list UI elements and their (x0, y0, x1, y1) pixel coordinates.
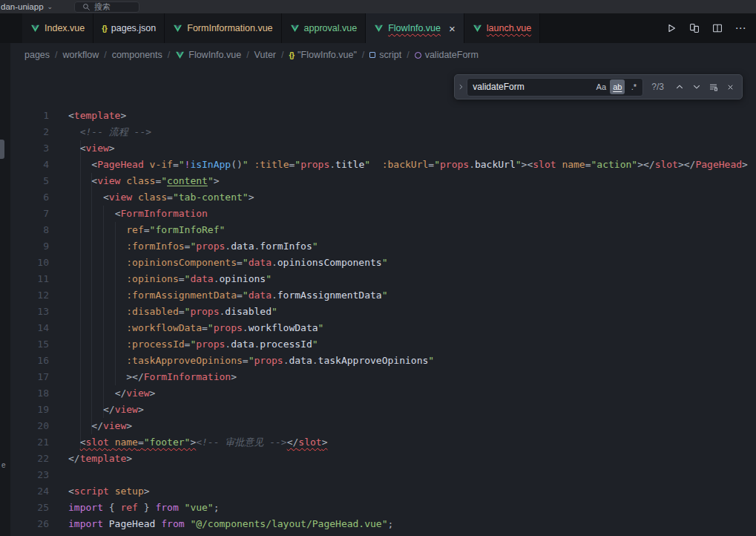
global-search-label: 搜索 (94, 1, 111, 13)
line-content: :workflowData="props.workflowData" (68, 320, 323, 336)
run-button[interactable] (663, 20, 680, 36)
code-line-25[interactable]: 25import { ref } from "vue"; (0, 500, 756, 516)
tab-launch.vue[interactable]: launch.vue (464, 13, 540, 43)
code-line-5[interactable]: 5 <view class="content"> (0, 173, 756, 189)
line-content: import PageHead from "@/components/layou… (68, 516, 393, 532)
code-line-10[interactable]: 10 :opinionsComponents="data.opinionsCom… (0, 255, 756, 271)
breadcrumb-item-script[interactable]: script (369, 50, 401, 60)
tab-FlowInfo.vue[interactable]: FlowInfo.vue× (366, 13, 464, 43)
close-find-button[interactable] (723, 79, 738, 95)
line-content: :opinionsComponents="data.opinionsCompon… (68, 255, 388, 271)
code-line-9[interactable]: 9 :formInfos="props.data.formInfos" (0, 238, 756, 255)
code-line-22[interactable]: 22</template> (0, 451, 756, 467)
search-icon (82, 3, 91, 11)
code-line-2[interactable]: 2 <!-- 流程 --> (0, 124, 756, 140)
breadcrumb-separator: / (55, 50, 57, 60)
code-line-21[interactable]: 21 <slot name="footer"><!-- 审批意见 --></sl… (0, 434, 756, 451)
line-content: </view> (68, 402, 144, 418)
line-content: </view> (68, 418, 132, 434)
code-line-4[interactable]: 4 <PageHead v-if="!isInApp()" :title="pr… (0, 157, 756, 173)
tab-label: pages.json (111, 23, 156, 33)
open-changes-button[interactable] (686, 20, 703, 36)
breadcrumb-item-components[interactable]: components (112, 50, 162, 60)
vue-icon (374, 24, 384, 33)
next-match-button[interactable] (688, 79, 704, 95)
sidebar-drag-handle[interactable] (0, 140, 4, 159)
vue-icon (290, 24, 300, 33)
code-line-7[interactable]: 7 <FormInformation (0, 206, 756, 222)
line-content: <view> (68, 140, 115, 157)
match-case-toggle[interactable]: Aa (594, 79, 608, 94)
tab-label: Index.vue (45, 23, 85, 33)
code-line-15[interactable]: 15 :processId="props.data.processId" (0, 336, 756, 353)
line-content: </template> (68, 451, 132, 467)
line-content: :disabled="props.disabled" (68, 304, 277, 320)
code-line-14[interactable]: 14 :workflowData="props.workflowData" (0, 320, 756, 336)
line-content: :opinions="data.opinions" (68, 271, 272, 287)
breadcrumb-label: components (112, 50, 162, 60)
code-line-13[interactable]: 13 :disabled="props.disabled" (0, 304, 756, 320)
tab-approval.vue[interactable]: approval.vue (282, 13, 367, 43)
sidebar-edge: e (0, 43, 10, 536)
code-line-19[interactable]: 19 </view> (0, 402, 756, 418)
breadcrumb-separator: / (168, 50, 170, 60)
tab-FormInformation.vue[interactable]: FormInformation.vue (165, 13, 281, 43)
code-line-16[interactable]: 16 :taskApproveOpinions="props.data.task… (0, 353, 756, 369)
code-line-12[interactable]: 12 :formAssignmentData="data.formAssignm… (0, 287, 756, 304)
tab-label: FlowInfo.vue (388, 23, 441, 33)
code-line-1[interactable]: 1<template> (0, 108, 756, 124)
json-icon: {} (102, 24, 107, 33)
vue-icon (173, 24, 183, 33)
more-actions-button[interactable]: ⋯ (732, 20, 749, 36)
breadcrumb-label: pages (24, 50, 50, 60)
line-content: <view class="content"> (68, 173, 220, 189)
close-tab-button[interactable]: × (449, 23, 456, 34)
breadcrumb-item-workflow[interactable]: workflow (63, 50, 99, 60)
line-content: :taskApproveOpinions="props.data.taskApp… (68, 353, 434, 369)
line-content: <FormInformation (68, 206, 208, 222)
global-search-box[interactable]: 搜索 (74, 1, 139, 13)
code-line-24[interactable]: 24<script setup> (0, 483, 756, 500)
breadcrumb-separator: / (246, 50, 249, 60)
code-editor-window: { "titlebar": { "project": "dan-uniapp",… (0, 0, 756, 536)
code-line-3[interactable]: 3 <view> (0, 140, 756, 157)
code-line-8[interactable]: 8 ref="formInfoRef" (0, 222, 756, 238)
breadcrumb-item-Vuter[interactable]: Vuter (254, 50, 276, 60)
toggle-replace-button[interactable] (455, 75, 467, 99)
code-line-17[interactable]: 17 ></FormInformation> (0, 369, 756, 385)
code-line-18[interactable]: 18 </view> (0, 385, 756, 402)
find-input[interactable] (473, 82, 592, 92)
code-line-23[interactable]: 23 (0, 467, 756, 483)
breadcrumb-item-validateForm[interactable]: validateForm (415, 50, 479, 60)
breadcrumb-label: workflow (63, 50, 99, 60)
find-in-selection-button[interactable] (706, 79, 721, 95)
breadcrumb-item--FlowInfo-vue-[interactable]: {}"FlowInfo.vue" (289, 50, 357, 60)
line-content: <view class="tab-content"> (68, 189, 254, 206)
breadcrumb: pages/workflow/components/FlowInfo.vue/V… (0, 43, 756, 67)
sidebar-text-fragment: e (1, 461, 6, 469)
braces-icon: {} (289, 50, 295, 59)
line-content: <PageHead v-if="!isInApp()" :title="prop… (68, 157, 748, 173)
whole-word-toggle[interactable]: ab (610, 79, 625, 94)
breadcrumb-label: Vuter (254, 50, 276, 60)
breadcrumb-label: script (379, 50, 401, 60)
previous-match-button[interactable] (671, 79, 687, 95)
symbol-method-icon (415, 52, 421, 59)
code-line-11[interactable]: 11 :opinions="data.opinions" (0, 271, 756, 287)
title-bar: dan-uniapp ⌄ 搜索 (0, 0, 756, 13)
find-options: Aaab.* (594, 79, 641, 94)
breadcrumb-item-pages[interactable]: pages (24, 50, 50, 60)
code-line-6[interactable]: 6 <view class="tab-content"> (0, 189, 756, 206)
code-editor[interactable]: 1<template>2 <!-- 流程 -->3 <view>4 <PageH… (0, 67, 756, 536)
project-name[interactable]: dan-uniapp (1, 2, 44, 11)
split-editor-button[interactable] (709, 20, 726, 36)
code-line-26[interactable]: 26import PageHead from "@/components/lay… (0, 516, 756, 532)
tab-pages.json[interactable]: {}pages.json (93, 13, 165, 43)
regex-toggle[interactable]: .* (626, 79, 641, 94)
code-line-20[interactable]: 20 </view> (0, 418, 756, 434)
tab-strip: Index.vue{}pages.jsonFormInformation.vue… (22, 13, 540, 43)
breadcrumb-separator: / (362, 50, 364, 60)
tab-Index.vue[interactable]: Index.vue (22, 13, 93, 43)
line-content: :formInfos="props.data.formInfos" (68, 238, 318, 255)
breadcrumb-item-FlowInfo-vue[interactable]: FlowInfo.vue (175, 50, 241, 60)
